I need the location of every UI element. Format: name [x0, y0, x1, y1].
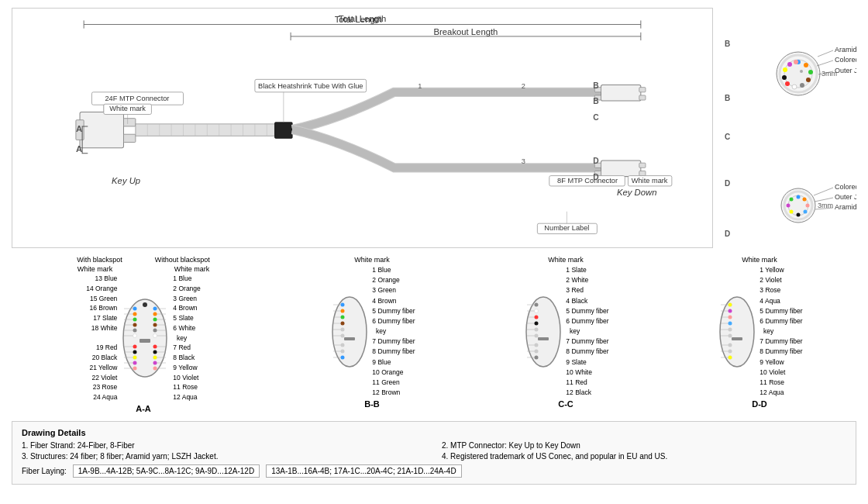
svg-rect-31: [639, 163, 646, 167]
fiber-laying-box-1: 1A-9B...4A-12B; 5A-9C...8A-12C; 9A-9D...…: [73, 464, 260, 478]
svg-point-77: [787, 62, 792, 67]
svg-text:B: B: [725, 40, 730, 48]
svg-text:White mark: White mark: [632, 177, 668, 185]
svg-point-99: [787, 204, 790, 208]
svg-point-94: [803, 198, 807, 202]
svg-text:B: B: [593, 81, 598, 90]
svg-point-212: [728, 343, 732, 347]
svg-point-151: [153, 355, 157, 359]
svg-text:8F MTP Connector: 8F MTP Connector: [557, 177, 618, 185]
svg-point-95: [806, 204, 810, 208]
svg-rect-195: [538, 337, 549, 340]
aa-without-blackspot: Without blackspot: [155, 256, 210, 264]
svg-point-79: [800, 70, 803, 73]
svg-line-102: [814, 188, 833, 195]
svg-point-156: [332, 297, 367, 367]
svg-point-176: [526, 297, 560, 367]
svg-point-206: [728, 302, 732, 306]
svg-point-186: [535, 302, 539, 306]
svg-rect-154: [140, 339, 150, 343]
svg-text:Outer Jacket, LSZH: Outer Jacket, LSZH: [835, 193, 856, 201]
svg-point-71: [806, 78, 811, 82]
svg-text:Key Down: Key Down: [617, 188, 656, 197]
svg-point-192: [535, 343, 539, 347]
svg-point-187: [535, 309, 539, 312]
svg-text:Aramid Yarn: Aramid Yarn: [835, 203, 856, 211]
svg-point-168: [341, 315, 345, 319]
svg-rect-175: [344, 337, 355, 340]
svg-rect-25: [601, 85, 641, 102]
aa-white-mark-1: White mark: [78, 265, 113, 273]
svg-point-93: [797, 195, 801, 199]
svg-point-190: [535, 327, 539, 331]
svg-text:Breakout Length: Breakout Length: [434, 27, 498, 36]
svg-point-70: [808, 70, 813, 74]
svg-point-174: [341, 355, 345, 359]
svg-rect-8: [80, 112, 123, 147]
aa-with-blackspot: With blackspot: [77, 256, 122, 264]
svg-text:B: B: [593, 97, 598, 105]
svg-point-149: [153, 344, 157, 348]
dd-white-mark: White mark: [742, 256, 777, 264]
svg-rect-30: [601, 161, 641, 177]
svg-text:A: A: [76, 144, 82, 154]
cc-right-fibers: 1 Slate 2 White 3 Red 4 Black 5 Dummy fi…: [566, 265, 608, 398]
detail-item-3: 3. Structures: 24 fiber; 8 fiber; Aramid…: [22, 452, 426, 461]
svg-point-146: [153, 323, 157, 326]
svg-rect-215: [732, 337, 742, 340]
svg-rect-11: [124, 134, 136, 142]
svg-point-214: [728, 355, 732, 359]
svg-point-143: [153, 306, 157, 310]
bb-white-mark: White mark: [354, 256, 390, 264]
svg-point-144: [153, 312, 157, 316]
svg-point-169: [341, 321, 345, 325]
cc-white-mark: White mark: [548, 256, 584, 264]
svg-point-166: [341, 302, 345, 306]
svg-point-120: [133, 306, 137, 310]
svg-point-74: [785, 81, 790, 86]
svg-text:C: C: [593, 113, 599, 122]
dd-label: D-D: [752, 399, 767, 409]
svg-point-213: [728, 349, 732, 353]
svg-text:2: 2: [522, 82, 525, 90]
svg-point-211: [728, 333, 732, 337]
svg-text:Number Label: Number Label: [544, 224, 589, 232]
svg-text:Black Heatshrink Tube With Glu: Black Heatshrink Tube With Glue: [258, 82, 363, 90]
svg-point-78: [794, 60, 798, 64]
svg-text:3: 3: [522, 157, 525, 165]
svg-line-83: [817, 60, 833, 66]
svg-point-73: [792, 85, 797, 89]
svg-text:24F MTP Connector: 24F MTP Connector: [105, 95, 169, 102]
svg-point-152: [153, 361, 157, 364]
svg-point-171: [341, 333, 345, 337]
aa-left-fibers: 13 Blue 14 Orange 15 Green 16 Brown 17 S…: [86, 274, 117, 402]
svg-point-130: [133, 366, 137, 370]
svg-point-173: [341, 349, 345, 353]
svg-point-167: [341, 309, 345, 312]
svg-point-69: [804, 63, 808, 67]
detail-item-4: 4. Registered trademark of US Conec, and…: [442, 452, 846, 461]
svg-point-97: [797, 213, 801, 217]
svg-text:D: D: [725, 230, 730, 238]
fiber-laying-box-2: 13A-1B...16A-4B; 17A-1C...20A-4C; 21A-1D…: [266, 464, 461, 478]
svg-point-121: [133, 312, 137, 316]
svg-point-196: [720, 297, 754, 367]
fiber-laying-label: Fiber Laying:: [22, 467, 67, 475]
svg-point-98: [790, 210, 794, 214]
svg-text:B: B: [725, 94, 730, 102]
svg-rect-26: [639, 88, 646, 92]
svg-point-76: [783, 67, 787, 72]
bb-label: B-B: [364, 399, 380, 409]
svg-point-188: [535, 315, 539, 319]
svg-rect-10: [124, 119, 136, 126]
svg-line-81: [818, 50, 833, 57]
svg-point-108: [123, 299, 167, 377]
svg-point-155: [143, 302, 147, 307]
drawing-details-content: 1. Fiber Strand: 24-Fiber, 8-Fiber 2. MT…: [22, 441, 846, 461]
svg-point-153: [153, 366, 157, 370]
svg-text:D: D: [725, 179, 730, 188]
svg-point-193: [535, 349, 539, 353]
drawing-details-section: Drawing Details 1. Fiber Strand: 24-Fibe…: [12, 421, 856, 485]
svg-point-148: [153, 333, 157, 337]
svg-point-125: [133, 333, 137, 337]
